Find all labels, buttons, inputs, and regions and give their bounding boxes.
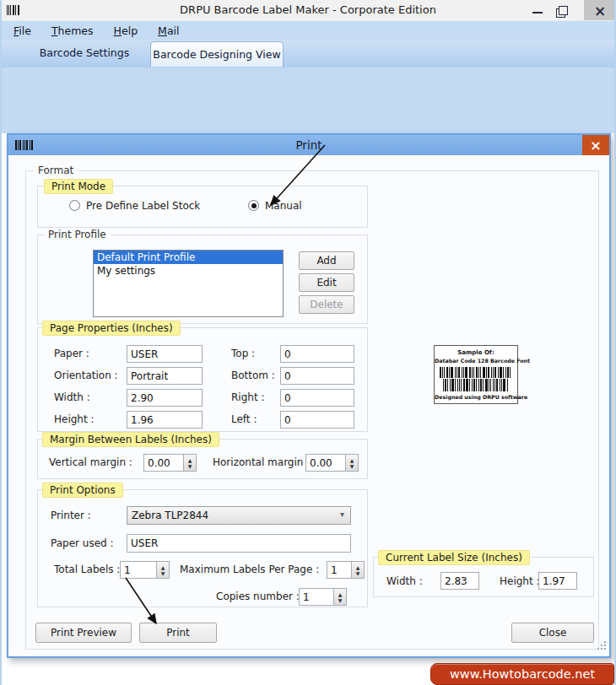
profile-list-item[interactable]: My settings	[94, 264, 283, 278]
orientation-label: Orientation :	[54, 369, 118, 381]
restore-button[interactable]	[552, 0, 574, 20]
menu-file[interactable]: File	[14, 24, 31, 37]
close-dialog-button[interactable]: Close	[511, 623, 594, 643]
printer-value: Zebra TLP2844	[132, 510, 208, 521]
print-button[interactable]: Print	[139, 623, 217, 643]
right-label: Right :	[231, 391, 264, 403]
height-label: Height :	[54, 413, 95, 425]
preview-barcode-row1	[440, 367, 512, 378]
minimize-button[interactable]	[527, 0, 548, 20]
chevron-down-icon: ▾	[340, 510, 344, 519]
copies-field[interactable]	[299, 588, 334, 606]
orientation-field[interactable]	[127, 367, 203, 385]
tab-barcode-designing-view[interactable]: Barcode Designing View	[150, 41, 284, 67]
bottom-label: Bottom :	[231, 369, 275, 381]
minimize-icon	[532, 12, 543, 13]
left-field[interactable]	[280, 411, 354, 429]
label-size-label: Current Label Size (Inches)	[378, 550, 530, 565]
vertical-margin-label: Vertical margin :	[49, 456, 132, 468]
label-preview: Sample Of: Databar Code 128 Barcode Font…	[434, 345, 518, 404]
edit-button[interactable]: Edit	[299, 273, 354, 292]
max-labels-field[interactable]	[327, 561, 352, 579]
bottom-field[interactable]	[280, 367, 354, 385]
radio-manual[interactable]	[248, 200, 259, 211]
print-profile-listbox[interactable]: Default Print ProfileMy settings	[93, 250, 284, 317]
print-preview-button[interactable]: Print Preview	[35, 623, 132, 643]
width-field[interactable]	[127, 389, 203, 407]
menu-themes[interactable]: Themes	[51, 24, 94, 37]
page-properties-label: Page Properties (Inches)	[42, 321, 181, 336]
paper-used-field[interactable]	[127, 534, 351, 553]
print-mode-label: Print Mode	[44, 179, 113, 194]
margins-label: Margin Between Labels (Inches)	[42, 432, 219, 447]
paper-label: Paper :	[54, 348, 89, 359]
paper-field[interactable]	[127, 345, 203, 363]
radio-manual-label[interactable]: Manual	[265, 200, 302, 212]
preview-barcode-row2	[443, 379, 509, 391]
delete-button[interactable]: Delete	[299, 295, 354, 314]
horizontal-margin-field[interactable]	[305, 454, 346, 472]
printer-label: Printer :	[51, 510, 91, 521]
close-button[interactable]	[584, 0, 616, 22]
label-size-height-label: Height :	[500, 575, 540, 587]
app-window: DRPU Barcode Label Maker - Corporate Edi…	[0, 0, 616, 685]
printer-combobox[interactable]: Zebra TLP2844 ▾	[127, 506, 351, 525]
left-label: Left :	[231, 413, 257, 425]
total-labels-field[interactable]	[120, 561, 157, 579]
radio-predefine-label[interactable]: Pre Define Label Stock	[86, 200, 200, 212]
window-title: DRPU Barcode Label Maker - Corporate Edi…	[0, 0, 616, 20]
print-profile-label: Print Profile	[44, 229, 111, 240]
titlebar: DRPU Barcode Label Maker - Corporate Edi…	[0, 0, 616, 20]
horizontal-margin-label: Horizontal margin :	[213, 456, 310, 468]
width-label: Width :	[54, 391, 90, 403]
top-field[interactable]	[280, 345, 354, 363]
dialog-close-button[interactable]	[582, 135, 609, 155]
total-labels-spinner[interactable]	[156, 561, 170, 579]
dialog-title: Print	[8, 135, 609, 155]
paper-used-label: Paper used :	[51, 537, 114, 549]
watermark: www.Howtobarcode.net	[430, 663, 614, 685]
preview-line1: Sample Of:	[435, 349, 517, 356]
menu-help[interactable]: Help	[114, 24, 138, 37]
right-field[interactable]	[280, 389, 354, 407]
menubar: FileThemesHelpMail	[0, 20, 616, 40]
print-dialog: Print Format Print Mode Pre Define Label…	[7, 133, 611, 658]
resize-grip[interactable]	[597, 641, 606, 650]
ribbon: Standard Tools ▯▣⧉⧉▥✂✂↶↷⧉⧉▦▣✉➔ Drawing T…	[0, 67, 616, 133]
max-labels-label: Maximum Labels Per Page :	[180, 564, 319, 575]
vertical-margin-spinner[interactable]	[183, 454, 197, 472]
preview-line2: Databar Code 128 Barcode Font	[435, 358, 517, 364]
copies-spinner[interactable]	[333, 588, 347, 606]
preview-line3: Designed using DRPU software	[435, 394, 517, 400]
print-options-label: Print Options	[42, 483, 123, 498]
total-labels-label: Total Labels :	[54, 564, 120, 575]
menu-mail[interactable]: Mail	[158, 24, 179, 37]
add-button[interactable]: Add	[299, 251, 354, 270]
vertical-margin-field[interactable]	[143, 454, 184, 472]
window-border-left	[0, 0, 2, 685]
copies-label: Copies number :	[216, 591, 300, 602]
tab-barcode-settings[interactable]: Barcode Settings	[25, 46, 143, 59]
height-field[interactable]	[127, 411, 203, 429]
radio-predefine-label-stock[interactable]	[69, 200, 80, 211]
max-labels-spinner[interactable]	[351, 561, 365, 579]
profile-list-item[interactable]: Default Print Profile	[94, 251, 283, 264]
top-label: Top :	[231, 348, 255, 359]
horizontal-margin-spinner[interactable]	[345, 454, 359, 472]
label-size-width-label: Width :	[386, 575, 423, 587]
label-size-height-field[interactable]	[538, 572, 577, 590]
format-label: Format	[34, 165, 78, 176]
label-size-width-field[interactable]	[440, 572, 479, 590]
dialog-titlebar: Print	[8, 135, 609, 155]
